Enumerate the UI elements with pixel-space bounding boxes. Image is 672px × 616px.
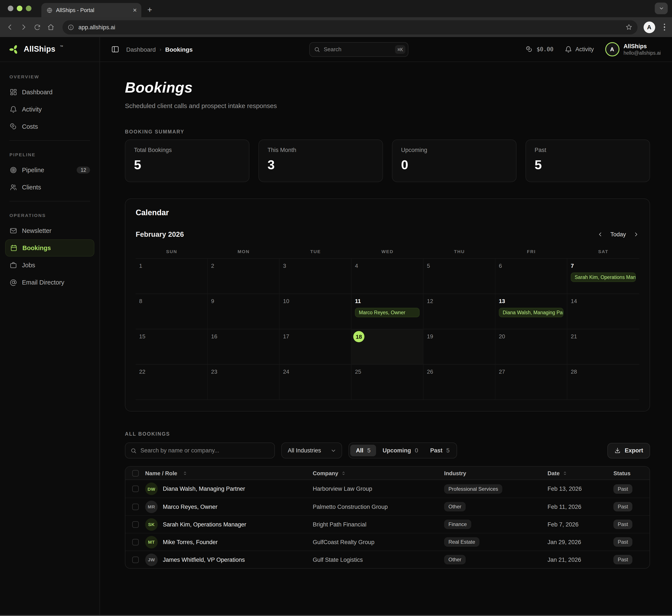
calendar-cell-27[interactable]: 27 <box>495 365 567 400</box>
account-name: AllShips <box>624 43 661 50</box>
calendar-cell-7[interactable]: 7 Sarah Kim, Operations Man… <box>567 259 639 294</box>
search-placeholder: Search <box>324 46 392 53</box>
window-close-button[interactable] <box>8 6 13 11</box>
sidebar-item-dashboard[interactable]: Dashboard <box>5 84 94 101</box>
window-controls[interactable] <box>8 6 31 11</box>
contact-name: James Whitfield, VP Operations <box>163 556 245 563</box>
calendar-cell-23[interactable]: 23 <box>208 365 279 400</box>
reload-icon[interactable] <box>34 23 41 31</box>
sidebar-item-activity[interactable]: Activity <box>5 101 94 118</box>
row-checkbox[interactable] <box>132 503 139 510</box>
calendar-cell-5[interactable]: 5 <box>424 259 495 294</box>
row-checkbox[interactable] <box>132 556 139 563</box>
info-icon[interactable] <box>68 24 74 30</box>
calendar-cell-11[interactable]: 11 Marco Reyes, Owner <box>352 294 424 329</box>
brand-trademark: ™ <box>60 45 63 49</box>
tab-upcoming[interactable]: Upcoming0 <box>377 445 424 456</box>
browser-profile-avatar[interactable]: A <box>643 21 655 33</box>
forward-icon[interactable] <box>20 23 28 31</box>
calendar-cell-18[interactable]: 18 <box>352 329 424 365</box>
table-row[interactable]: MR Marco Reyes, Owner Palmetto Construct… <box>125 498 650 515</box>
table-row[interactable]: JW James Whitfield, VP Operations Gulf S… <box>125 551 650 568</box>
content: Bookings Scheduled client calls and pros… <box>100 62 672 615</box>
calendar-cell-25[interactable]: 25 <box>352 365 424 400</box>
row-checkbox[interactable] <box>132 486 139 492</box>
select-all-checkbox[interactable] <box>132 470 139 476</box>
tab-all[interactable]: All5 <box>351 445 376 456</box>
calendar-event[interactable]: Diana Walsh, Managing Part… <box>499 308 564 317</box>
page-subtitle: Scheduled client calls and prospect inta… <box>125 102 650 109</box>
tab-close-icon[interactable]: ✕ <box>133 7 137 13</box>
calendar-cell-4[interactable]: 4 <box>352 259 424 294</box>
balance-indicator[interactable]: $0.00 <box>525 46 553 53</box>
calendar-today-button[interactable]: Today <box>610 231 626 238</box>
calendar-cell-21[interactable]: 21 <box>567 329 639 365</box>
window-minimize-button[interactable] <box>17 6 22 11</box>
industry-badge: Professional Services <box>444 484 503 494</box>
calendar-event[interactable]: Marco Reyes, Owner <box>355 308 420 317</box>
column-header-name-role[interactable]: Name / Role <box>145 470 313 476</box>
browser-menu-icon[interactable] <box>661 24 668 31</box>
industry-filter-select[interactable]: All Industries <box>281 443 342 458</box>
global-search-input[interactable]: Search ⌘K <box>309 42 409 57</box>
tab-past[interactable]: Past5 <box>425 445 455 456</box>
column-header-company[interactable]: Company <box>313 470 444 476</box>
calendar-cell-14[interactable]: 14 <box>567 294 639 329</box>
summary-card: Upcoming 0 <box>392 139 517 182</box>
account-menu[interactable]: A AllShips hello@allships.ai <box>605 42 661 56</box>
company-name: GulfCoast Realty Group <box>313 539 444 545</box>
export-button[interactable]: Export <box>607 443 650 458</box>
bookings-search-input[interactable]: Search by name or company... <box>125 443 275 458</box>
nav-section-label: OVERVIEW <box>5 68 94 84</box>
table-row[interactable]: MT Mike Torres, Founder GulfCoast Realty… <box>125 533 650 551</box>
calendar-cell-6[interactable]: 6 <box>495 259 567 294</box>
sidebar-item-newsletter[interactable]: Newsletter <box>5 222 94 239</box>
activity-button[interactable]: Activity <box>565 46 594 53</box>
sidebar-item-clients[interactable]: Clients <box>5 179 94 196</box>
address-bar[interactable]: app.allships.ai <box>62 20 637 34</box>
row-checkbox[interactable] <box>132 539 139 545</box>
tab-overflow-button[interactable] <box>655 3 668 14</box>
booking-date: Feb 7, 2026 <box>548 521 613 528</box>
calendar-event[interactable]: Sarah Kim, Operations Man… <box>571 272 636 282</box>
table-row[interactable]: SK Sarah Kim, Operations Manager Bright … <box>125 515 650 533</box>
back-icon[interactable] <box>6 23 14 31</box>
calendar-cell-26[interactable]: 26 <box>424 365 495 400</box>
browser-tab[interactable]: AllShips - Portal ✕ <box>41 3 141 17</box>
sidebar-item-jobs[interactable]: Jobs <box>5 257 94 274</box>
calendar-cell-8[interactable]: 8 <box>136 294 208 329</box>
calendar-cell-10[interactable]: 10 <box>279 294 352 329</box>
row-checkbox[interactable] <box>132 521 139 528</box>
sidebar-item-bookings[interactable]: Bookings <box>5 239 94 257</box>
table-body: DW Diana Walsh, Managing Partner Harborv… <box>125 480 650 568</box>
breadcrumb-dashboard[interactable]: Dashboard <box>126 46 156 53</box>
new-tab-button[interactable]: + <box>147 5 152 17</box>
sidebar-toggle-icon[interactable] <box>111 45 119 53</box>
status-tabs: All5 Upcoming0 Past5 <box>349 443 457 458</box>
calendar-cell-2[interactable]: 2 <box>208 259 279 294</box>
calendar-cell-13[interactable]: 13 Diana Walsh, Managing Part… <box>495 294 567 329</box>
calendar-cell-3[interactable]: 3 <box>279 259 352 294</box>
calendar-cell-15[interactable]: 15 <box>136 329 208 365</box>
calendar-cell-16[interactable]: 16 <box>208 329 279 365</box>
calendar-cell-28[interactable]: 28 <box>567 365 639 400</box>
calendar-cell-12[interactable]: 12 <box>424 294 495 329</box>
calendar-cell-9[interactable]: 9 <box>208 294 279 329</box>
table-row[interactable]: DW Diana Walsh, Managing Partner Harborv… <box>125 480 650 498</box>
window-zoom-button[interactable] <box>26 6 31 11</box>
calendar-cell-20[interactable]: 20 <box>495 329 567 365</box>
sidebar-item-email-directory[interactable]: Email Directory <box>5 274 94 291</box>
home-icon[interactable] <box>47 23 55 31</box>
calendar-next-icon[interactable] <box>633 231 639 238</box>
bookmark-star-icon[interactable] <box>625 24 632 31</box>
calendar-prev-icon[interactable] <box>597 231 604 238</box>
sidebar-item-costs[interactable]: Costs <box>5 118 94 135</box>
calendar-cell-22[interactable]: 22 <box>136 365 208 400</box>
calendar-cell-19[interactable]: 19 <box>424 329 495 365</box>
calendar-cell-1[interactable]: 1 <box>136 259 208 294</box>
column-header-date[interactable]: Date <box>548 470 613 476</box>
day-number: 13 <box>499 298 505 304</box>
calendar-cell-24[interactable]: 24 <box>279 365 352 400</box>
sidebar-item-pipeline[interactable]: Pipeline 12 <box>5 161 94 179</box>
calendar-cell-17[interactable]: 17 <box>279 329 352 365</box>
